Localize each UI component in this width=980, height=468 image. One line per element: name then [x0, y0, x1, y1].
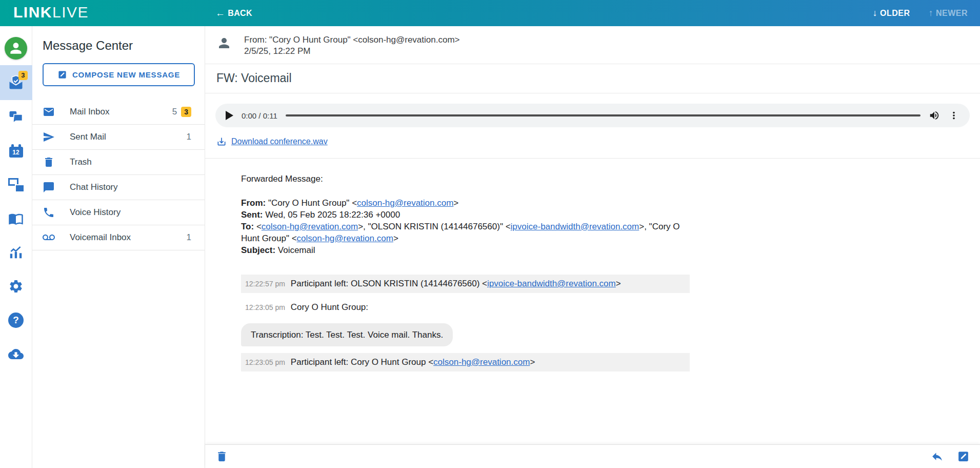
unread-badge: 3: [18, 71, 27, 80]
arrow-down-icon: ↓: [872, 8, 877, 18]
rail-item-calendar[interactable]: 12: [0, 134, 32, 168]
audio-section: 0:00 / 0:11 Download conference.wav: [205, 93, 980, 159]
compose-label: COMPOSE NEW MESSAGE: [72, 70, 180, 79]
calendar-icon: 12: [9, 144, 23, 158]
folder-label: Mail Inbox: [70, 107, 172, 117]
forwarded-to-line: To: <colson-hg@revation.com>, "OLSON KRI…: [241, 221, 690, 244]
windows-icon: [8, 178, 24, 191]
message-view: From: "Cory O Hunt Group" <colson-hg@rev…: [205, 26, 980, 468]
email-link[interactable]: ipvoice-bandwidth@revation.com: [487, 279, 616, 288]
logo-light-text: LIVE: [52, 4, 89, 21]
rail-item-analytics[interactable]: [0, 236, 32, 269]
sidebar-item-sent-mail[interactable]: Sent Mail 1: [32, 125, 205, 150]
folder-count: 5: [172, 107, 177, 117]
rail-item-chats[interactable]: [0, 100, 32, 134]
volume-button[interactable]: [929, 110, 940, 121]
event-timestamp: 12:23:05 pm: [245, 357, 285, 368]
date-line: 2/5/25, 12:22 PM: [244, 46, 459, 57]
folder-label: Voicemail Inbox: [70, 232, 187, 243]
sidebar-item-trash[interactable]: Trash: [32, 150, 205, 175]
phone-icon: [43, 206, 55, 219]
forwarded-title: Forwarded Message:: [241, 173, 690, 185]
rail-item-screens[interactable]: [0, 168, 32, 202]
audio-menu-button[interactable]: [948, 110, 959, 121]
subject-title: FW: Voicemail: [205, 64, 980, 93]
book-icon: [8, 211, 24, 226]
event-timestamp: 12:22:57 pm: [245, 278, 285, 290]
top-bar: LINKLIVE ← BACK ↓ OLDER ↑ NEWER: [0, 0, 980, 26]
cloud-download-icon: [8, 346, 24, 362]
compose-new-message-button[interactable]: COMPOSE NEW MESSAGE: [43, 63, 195, 86]
participant-event: 12:23:05 pm Participant left: Cory O Hun…: [241, 353, 690, 372]
sidebar-item-mail-inbox[interactable]: Mail Inbox 5 3: [32, 100, 205, 125]
rail-item-message-center[interactable]: 3: [0, 65, 32, 100]
send-icon: [43, 131, 55, 143]
logo-bold-text: LINK: [13, 4, 52, 21]
gear-icon: [8, 279, 24, 294]
email-link[interactable]: colson-hg@revation.com: [262, 222, 358, 231]
avatar: [5, 37, 27, 60]
more-vert-icon: [948, 110, 959, 121]
rail-item-downloads[interactable]: [0, 337, 32, 371]
audio-player: 0:00 / 0:11: [215, 104, 970, 127]
message-header: From: "Cory O Hunt Group" <colson-hg@rev…: [205, 26, 980, 64]
newer-label: NEWER: [936, 9, 968, 18]
person-icon: [8, 40, 24, 56]
email-link[interactable]: colson-hg@revation.com: [357, 198, 453, 208]
download-icon: [216, 136, 227, 147]
delete-message-button[interactable]: [215, 450, 228, 463]
event-text: Participant left: OLSON KRISTIN (1414467…: [291, 278, 621, 289]
forwarded-sent-line: Sent: Wed, 05 Feb 2025 18:22:36 +0000: [241, 209, 690, 221]
email-link[interactable]: colson-hg@revation.com: [433, 357, 530, 367]
rail-item-library[interactable]: [0, 202, 32, 236]
sidebar-item-voice-history[interactable]: Voice History: [32, 200, 205, 225]
audio-time: 0:00 / 0:11: [242, 111, 277, 120]
event-text: Participant left: Cory O Hunt Group <col…: [291, 356, 535, 368]
participant-event: 12:22:57 pm Participant left: OLSON KRIS…: [241, 275, 690, 293]
play-button[interactable]: [226, 111, 233, 120]
older-button[interactable]: ↓ OLDER: [872, 8, 910, 18]
chat-bubbles-icon: [8, 109, 24, 125]
message-center-sidebar: Message Center COMPOSE NEW MESSAGE Mail …: [32, 26, 205, 468]
unread-badge: 3: [181, 107, 191, 117]
audio-seek-bar[interactable]: [286, 114, 921, 116]
forwarded-subject-line: Subject: Voicemail: [241, 244, 690, 256]
folder-label: Trash: [70, 157, 191, 167]
email-link[interactable]: colson-hg@revation.com: [297, 233, 393, 243]
linklive-logo: LINKLIVE: [13, 4, 89, 21]
reply-button[interactable]: [931, 450, 944, 463]
arrow-up-icon: ↑: [928, 8, 933, 18]
rail-item-help[interactable]: [0, 303, 32, 337]
analytics-icon: [8, 245, 24, 260]
trash-icon: [43, 156, 55, 168]
page-title: Message Center: [32, 26, 205, 63]
sidebar-item-chat-history[interactable]: Chat History: [32, 175, 205, 200]
back-arrow-icon: ←: [215, 8, 225, 19]
folder-count: 1: [187, 132, 191, 142]
message-nav-group: ↓ OLDER ↑ NEWER: [872, 0, 968, 26]
download-conference-link[interactable]: Download conference.wav: [231, 137, 328, 146]
rail-item-profile[interactable]: [0, 31, 32, 65]
message-toolbar: [205, 444, 980, 468]
compose-icon: [57, 70, 67, 80]
folder-label: Voice History: [70, 207, 191, 218]
forward-compose-button[interactable]: [957, 450, 970, 463]
newer-button: ↑ NEWER: [928, 8, 968, 18]
event-log: 12:22:57 pm Participant left: OLSON KRIS…: [241, 275, 690, 372]
download-row: Download conference.wav: [215, 136, 970, 147]
folder-label: Sent Mail: [70, 132, 187, 142]
chat-bubble-icon: [43, 181, 55, 193]
mail-icon: [43, 106, 55, 118]
calendar-day: 12: [9, 147, 23, 158]
volume-icon: [929, 110, 940, 121]
event-text: Cory O Hunt Group:: [291, 301, 368, 313]
sidebar-item-voicemail-inbox[interactable]: Voicemail Inbox 1: [32, 225, 205, 250]
event-timestamp: 12:23:05 pm: [245, 302, 285, 314]
folder-list: Mail Inbox 5 3 Sent Mail 1 Trash Chat Hi…: [32, 100, 205, 250]
help-icon: [8, 313, 24, 328]
message-body: Forwarded Message: From: "Cory O Hunt Gr…: [205, 159, 980, 444]
rail-item-settings[interactable]: [0, 269, 32, 303]
from-line: From: "Cory O Hunt Group" <colson-hg@rev…: [244, 34, 459, 46]
email-link[interactable]: ipvoice-bandwidth@revation.com: [511, 222, 639, 231]
back-button[interactable]: ← BACK: [215, 0, 252, 26]
